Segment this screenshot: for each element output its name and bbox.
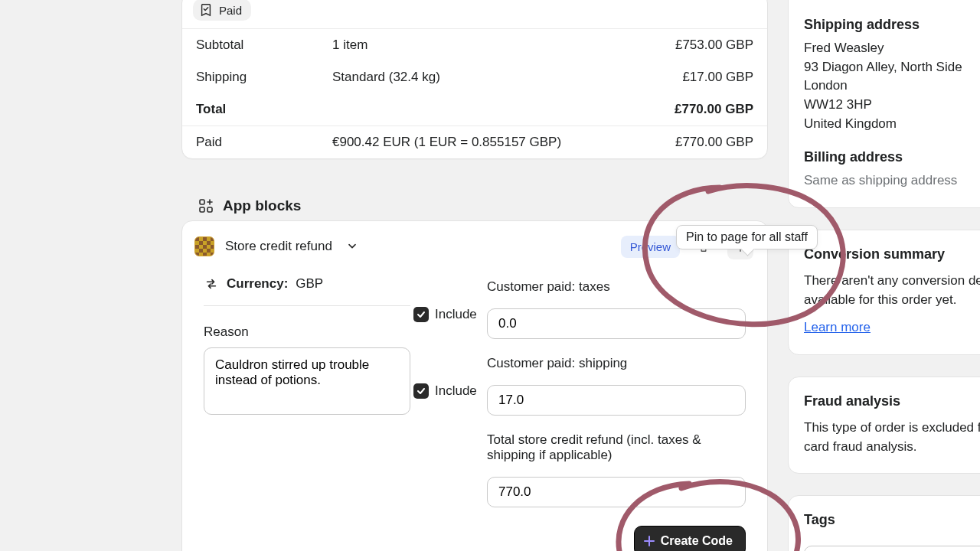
shipping-field-label: Customer paid: shipping <box>487 356 746 371</box>
app-icon <box>194 236 214 256</box>
subtotal-detail: 1 item <box>332 37 675 53</box>
customer-line1: 93 Diagon Alley, North Side <box>804 58 980 77</box>
customer-postcode: WW12 3HP <box>804 96 980 115</box>
total-label: Total <box>196 102 332 117</box>
paid-badge-label: Paid <box>219 4 242 17</box>
paid-badge: Paid <box>193 0 251 21</box>
tags-card: Tags <box>788 495 980 551</box>
svg-rect-2 <box>207 207 212 212</box>
subtotal-amount: £753.00 GBP <box>675 37 753 53</box>
billing-same-text: Same as shipping address <box>804 171 980 191</box>
include-taxes-label: Include <box>435 307 477 322</box>
paid-amount: £770.00 GBP <box>675 135 753 150</box>
sidebar: Shipping address Fred Weasley 93 Diagon … <box>788 0 980 551</box>
currency-label: Currency: <box>227 276 288 292</box>
app-blocks-heading-text: App blocks <box>223 197 301 214</box>
customer-name: Fred Weasley <box>804 39 980 58</box>
include-shipping-label: Include <box>435 383 477 399</box>
include-taxes-checkbox[interactable]: Include <box>413 307 477 322</box>
conversion-learn-more-link[interactable]: Learn more <box>804 320 871 334</box>
payment-card: Paid Subtotal 1 item £753.00 GBP Shippin… <box>181 0 768 159</box>
taxes-input[interactable] <box>487 308 746 339</box>
totals-table: Subtotal 1 item £753.00 GBP Shipping Sta… <box>182 28 767 158</box>
customer-card: Shipping address Fred Weasley 93 Diagon … <box>788 0 980 208</box>
shipping-address-heading: Shipping address <box>804 15 980 34</box>
fraud-body: This type of order is excluded from card… <box>804 419 980 456</box>
bookmark-check-icon <box>199 3 213 17</box>
svg-rect-0 <box>200 200 204 204</box>
currency-row: Currency: GBP <box>204 276 410 306</box>
taxes-label: Customer paid: taxes <box>487 279 746 295</box>
shipping-amount: £17.00 GBP <box>682 70 753 85</box>
swap-icon <box>204 277 219 291</box>
apps-icon <box>198 198 214 214</box>
svg-rect-1 <box>200 207 204 212</box>
currency-value: GBP <box>296 276 323 292</box>
total-amount: £770.00 GBP <box>675 102 753 117</box>
tags-heading: Tags <box>804 510 980 530</box>
chevron-down-icon[interactable] <box>346 240 358 253</box>
preview-button[interactable]: Preview <box>621 236 680 258</box>
shipping-label: Shipping <box>196 70 332 85</box>
conversion-heading: Conversion summary <box>804 244 980 264</box>
subtotal-label: Subtotal <box>196 37 332 53</box>
include-shipping-checkbox[interactable]: Include <box>413 383 477 399</box>
app-block-card: Store credit refund Preview <box>181 220 768 551</box>
reason-textarea[interactable] <box>204 347 410 415</box>
conversion-body: There aren't any conversion details avai… <box>804 272 980 309</box>
pin-tooltip: Pin to page for all staff <box>676 225 818 249</box>
create-code-button[interactable]: Create Code <box>634 526 746 551</box>
shipping-input[interactable] <box>487 385 746 416</box>
total-refund-label: Total store credit refund (incl. taxes &… <box>487 432 701 463</box>
create-code-label: Create Code <box>661 534 733 548</box>
total-refund-input[interactable] <box>487 477 746 507</box>
billing-address-heading: Billing address <box>804 147 980 167</box>
shipping-detail: Standard (32.4 kg) <box>332 70 682 85</box>
customer-city: London <box>804 77 980 96</box>
reason-label: Reason <box>204 324 462 340</box>
app-blocks-heading: App blocks <box>181 187 768 220</box>
tags-input[interactable] <box>804 546 980 551</box>
fraud-card: Fraud analysis This type of order is exc… <box>788 377 980 474</box>
customer-country: United Kingdom <box>804 115 980 134</box>
pin-tooltip-text: Pin to page for all staff <box>686 230 808 243</box>
app-title[interactable]: Store credit refund <box>225 239 332 254</box>
fraud-heading: Fraud analysis <box>804 391 980 411</box>
conversion-card: Conversion summary There aren't any conv… <box>788 230 980 355</box>
paid-label: Paid <box>196 135 332 150</box>
plus-icon <box>644 536 655 546</box>
paid-detail: €900.42 EUR (1 EUR = 0.855157 GBP) <box>332 135 675 150</box>
